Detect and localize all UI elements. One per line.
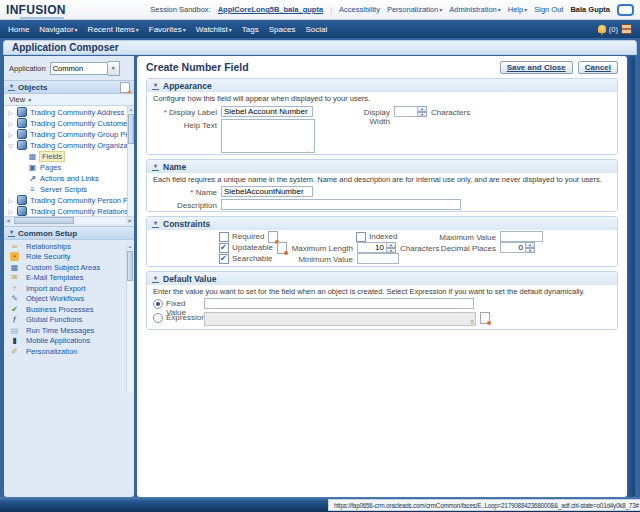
tree-item-trading-community-group-profile[interactable]: ▷Trading Community Group Profile [4, 128, 134, 139]
object-icon [17, 118, 27, 128]
common-setup-item-object-workflows[interactable]: ✎Object Workflows [4, 294, 126, 305]
indexed-label: Indexed [369, 231, 397, 241]
nav-item-social[interactable]: Social [305, 25, 327, 34]
scroll-up-icon[interactable]: ▲ [127, 243, 133, 250]
expression-builder-icon[interactable] [480, 312, 490, 324]
application-select[interactable]: ▼ [50, 61, 120, 76]
common-setup-item-mobile-applications[interactable]: ▮Mobile Applications [4, 336, 126, 347]
scrollbar-thumb[interactable] [128, 114, 134, 144]
name-input[interactable] [221, 186, 313, 197]
tree-item-trading-community-address[interactable]: ▷Trading Community Address [4, 106, 134, 117]
nav-item-navigator[interactable]: Navigator▾ [39, 25, 77, 34]
display-label-label: Display Label [147, 106, 221, 117]
display-width-label: Display Width [342, 106, 394, 126]
fixed-value-input[interactable] [204, 298, 474, 309]
required-checkbox[interactable] [219, 232, 229, 242]
tree-horizontal-scrollbar[interactable]: ◀ ▶ [4, 216, 134, 224]
objects-section-header[interactable]: ▾ Objects [4, 80, 134, 94]
maximum-value-input[interactable] [500, 231, 543, 242]
indexed-checkbox[interactable] [356, 232, 366, 242]
common-setup-item-role-security[interactable]: ▪Role Security [4, 252, 126, 263]
display-width-input[interactable] [394, 106, 418, 117]
expand-arrow-icon[interactable]: ▷ [8, 197, 17, 204]
description-input[interactable] [221, 199, 461, 210]
session-sandbox-link[interactable]: ApplCoreLong5B_bala_gupta [218, 5, 323, 14]
expand-arrow-icon[interactable]: ▷ [8, 208, 17, 215]
spin-down-icon[interactable]: ▼ [526, 248, 535, 254]
required-label: Required [232, 231, 264, 241]
minimum-value-input[interactable] [357, 253, 399, 264]
nav-item-tags[interactable]: Tags [242, 25, 259, 34]
decimal-places-input[interactable] [500, 242, 526, 253]
utility-link-administration[interactable]: Administration▾ [449, 5, 501, 14]
common-setup-item-import-and-export[interactable]: ↑Import and Export [4, 283, 126, 294]
nav-item-watchlist[interactable]: Watchlist▾ [196, 25, 232, 34]
maximum-length-input[interactable] [357, 242, 387, 253]
collapse-icon[interactable]: ▾ [8, 229, 15, 237]
common-setup-item-global-functions[interactable]: ƒGlobal Functions [4, 315, 126, 326]
fixed-value-radio[interactable] [153, 299, 163, 309]
searchable-checkbox[interactable] [219, 254, 229, 264]
tree-item-actions-and-links[interactable]: ↗Actions and Links [4, 172, 134, 183]
spin-down-icon[interactable]: ▼ [418, 112, 427, 118]
display-width-suffix: Characters [431, 106, 470, 117]
tree-item-server-scripts[interactable]: ≡Server Scripts [4, 183, 134, 194]
nav-item-recent-items[interactable]: Recent Items▾ [88, 25, 139, 34]
common-setup-item-custom-subject-areas[interactable]: ▦Custom Subject Areas [4, 262, 126, 273]
common-setup-item-business-processes[interactable]: ✔Business Processes [4, 304, 126, 315]
tree-item-trading-community-person-profile[interactable]: ▷Trading Community Person Profile [4, 194, 134, 205]
common-setup-item-label: E-Mail Templates [26, 273, 83, 282]
tree-item-fields[interactable]: ▦Fields [4, 150, 134, 161]
expand-arrow-icon[interactable]: ▷ [8, 131, 17, 138]
grid-icon[interactable] [621, 24, 632, 34]
expression-radio[interactable] [153, 313, 163, 323]
collapse-icon[interactable]: ▾ [152, 163, 159, 171]
save-and-close-button[interactable]: Save and Close [500, 61, 573, 74]
resize-handle[interactable]: ⋰ [307, 145, 313, 152]
collapse-icon[interactable]: ▾ [152, 220, 159, 228]
utility-link-help[interactable]: Help▾ [508, 5, 527, 14]
scroll-right-icon[interactable]: ▶ [126, 217, 134, 224]
expand-arrow-icon[interactable]: ▷ [8, 120, 17, 127]
tree-item-trading-community-organization-prof[interactable]: ▽Trading Community Organization Prof [4, 139, 134, 150]
tree-item-label: Trading Community Organization Prof [30, 141, 134, 150]
tree-item-trading-community-customer-contac[interactable]: ▷Trading Community Customer Contac [4, 117, 134, 128]
notifications-bell-icon[interactable] [598, 25, 606, 33]
view-menu[interactable]: View ▼ [4, 94, 134, 106]
common-setup-item-relationships[interactable]: ∞Relationships [4, 241, 126, 252]
nav-item-home[interactable]: Home [8, 25, 29, 34]
tree-item-pages[interactable]: ▣Pages [4, 161, 134, 172]
scrollbar-thumb[interactable] [14, 217, 74, 224]
utility-link-accessibility[interactable]: Accessibility [339, 5, 380, 14]
help-text-textarea[interactable]: ⋰ [221, 119, 315, 153]
tree-item-trading-community-relationship[interactable]: ▷Trading Community Relationship [4, 205, 134, 216]
cancel-button[interactable]: Cancel [578, 61, 618, 74]
default-value-section: ▾ Default Value Enter the value you want… [146, 271, 618, 330]
chat-icon[interactable] [617, 4, 634, 16]
common-setup-item-run-time-messages[interactable]: ▤Run Time Messages [4, 325, 126, 336]
collapse-icon[interactable]: ▾ [152, 275, 159, 283]
common-setup-item-e-mail-templates[interactable]: ✉E-Mail Templates [4, 273, 126, 284]
tree-item-label: Fields [40, 152, 64, 161]
collapse-icon[interactable]: ▾ [8, 83, 15, 91]
chevron-down-icon: ▾ [439, 7, 442, 13]
chevron-down-icon[interactable]: ▼ [108, 61, 120, 76]
collapse-icon[interactable]: ▾ [152, 82, 159, 90]
utility-link-personalization[interactable]: Personalization▾ [387, 5, 442, 14]
utility-link-sign-out[interactable]: Sign Out [534, 5, 563, 14]
updateable-checkbox[interactable] [219, 243, 229, 253]
nav-item-favorites[interactable]: Favorites▾ [149, 25, 186, 34]
common-setup-header[interactable]: ▾ Common Setup [4, 226, 134, 240]
tree-vertical-scrollbar[interactable]: ▲ [127, 106, 134, 216]
common-setup-scrollbar[interactable]: ▲ [126, 243, 133, 393]
nav-item-spaces[interactable]: Spaces [269, 25, 296, 34]
common-setup-item-personalization[interactable]: ✐Personalization [4, 346, 126, 357]
new-object-icon[interactable] [120, 82, 130, 93]
application-select-value[interactable] [50, 62, 108, 75]
scroll-up-icon[interactable]: ▲ [128, 106, 134, 113]
scroll-left-icon[interactable]: ◀ [4, 217, 12, 224]
scrollbar-thumb[interactable] [127, 251, 133, 281]
expand-arrow-icon[interactable]: ▷ [8, 109, 17, 116]
collapse-arrow-icon[interactable]: ▽ [8, 142, 17, 149]
display-label-input[interactable] [221, 106, 313, 117]
